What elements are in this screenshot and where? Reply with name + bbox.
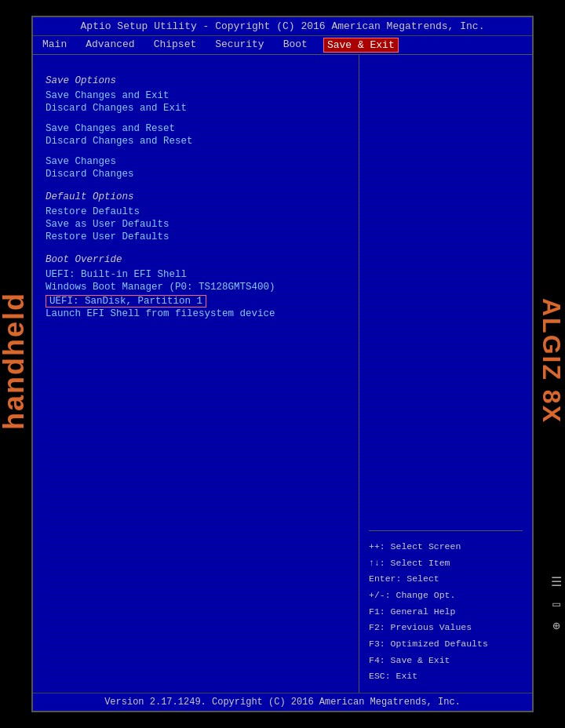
menu-option-3-0[interactable]: Restore Defaults bbox=[46, 206, 346, 218]
menu-option-4-3[interactable]: Launch EFI Shell from filesystem device bbox=[46, 308, 346, 320]
menu-item-chipset[interactable]: Chipset bbox=[151, 38, 200, 53]
menu-option-0-0[interactable]: Save Changes and Exit bbox=[46, 89, 346, 102]
help-item-2: Enter: Select bbox=[369, 571, 523, 588]
menu-item-boot[interactable]: Boot bbox=[280, 38, 311, 53]
help-item-1: ↑↓: Select Item bbox=[369, 555, 523, 572]
section-header-0: Save Options bbox=[46, 75, 346, 86]
menu-option-1-1[interactable]: Discard Changes and Reset bbox=[46, 135, 346, 147]
help-item-0: ++: Select Screen bbox=[369, 539, 523, 555]
menu-item-main[interactable]: Main bbox=[39, 38, 70, 53]
section-header-3: Default Options bbox=[46, 191, 346, 202]
menu-option-4-1[interactable]: Windows Boot Manager (P0: TS128GMTS400) bbox=[46, 281, 346, 293]
menu-option-2-1[interactable]: Discard Changes bbox=[46, 168, 346, 180]
help-item-8: ESC: Exit bbox=[369, 668, 523, 685]
menu-option-0-1[interactable]: Discard Changes and Exit bbox=[46, 102, 346, 115]
menu-option-2-0[interactable]: Save Changes bbox=[46, 155, 346, 168]
help-item-4: F1: General Help bbox=[369, 604, 523, 621]
side-label-left: handheld bbox=[0, 282, 31, 439]
right-icons: ☰ ▭ ⊕ bbox=[551, 574, 562, 634]
icon-menu: ☰ bbox=[551, 574, 562, 590]
help-item-7: F4: Save & Exit bbox=[369, 653, 523, 669]
help-item-6: F3: Optimized Defaults bbox=[369, 636, 523, 653]
side-label-right: ALGIZ 8X bbox=[537, 282, 566, 439]
bios-screen: Aptio Setup Utility - Copyright (C) 2016… bbox=[31, 16, 534, 712]
menu-option-3-2[interactable]: Restore User Defaults bbox=[46, 231, 346, 243]
icon-device: ▭ bbox=[551, 596, 562, 612]
footer-text: Version 2.17.1249. Copyright (C) 2016 Am… bbox=[104, 697, 461, 708]
menu-item-save---exit[interactable]: Save & Exit bbox=[323, 38, 399, 53]
menu-item-security[interactable]: Security bbox=[212, 38, 267, 53]
menu-option-4-0[interactable]: UEFI: Built-in EFI Shell bbox=[46, 268, 346, 281]
menu-option-3-1[interactable]: Save as User Defaults bbox=[46, 218, 346, 231]
help-item-5: F2: Previous Values bbox=[369, 620, 523, 636]
footer: Version 2.17.1249. Copyright (C) 2016 Am… bbox=[33, 693, 532, 711]
content-area: Save OptionsSave Changes and ExitDiscard… bbox=[33, 55, 532, 693]
help-item-3: +/-: Change Opt. bbox=[369, 588, 523, 604]
right-top bbox=[369, 63, 523, 531]
menu-option-4-2[interactable]: UEFI: SanDisk, Partition 1 bbox=[46, 295, 206, 308]
section-header-4: Boot Override bbox=[46, 254, 346, 265]
menu-option-1-0[interactable]: Save Changes and Reset bbox=[46, 122, 346, 135]
left-panel: Save OptionsSave Changes and ExitDiscard… bbox=[33, 55, 359, 693]
right-panel: ++: Select Screen↑↓: Select ItemEnter: S… bbox=[359, 55, 532, 693]
title-text: Aptio Setup Utility - Copyright (C) 2016… bbox=[81, 20, 485, 32]
menu-bar: MainAdvancedChipsetSecurityBootSave & Ex… bbox=[33, 36, 532, 55]
icon-power: ⊕ bbox=[551, 618, 562, 634]
title-bar: Aptio Setup Utility - Copyright (C) 2016… bbox=[33, 17, 532, 36]
menu-item-advanced[interactable]: Advanced bbox=[82, 38, 137, 53]
right-bottom: ++: Select Screen↑↓: Select ItemEnter: S… bbox=[369, 531, 523, 685]
